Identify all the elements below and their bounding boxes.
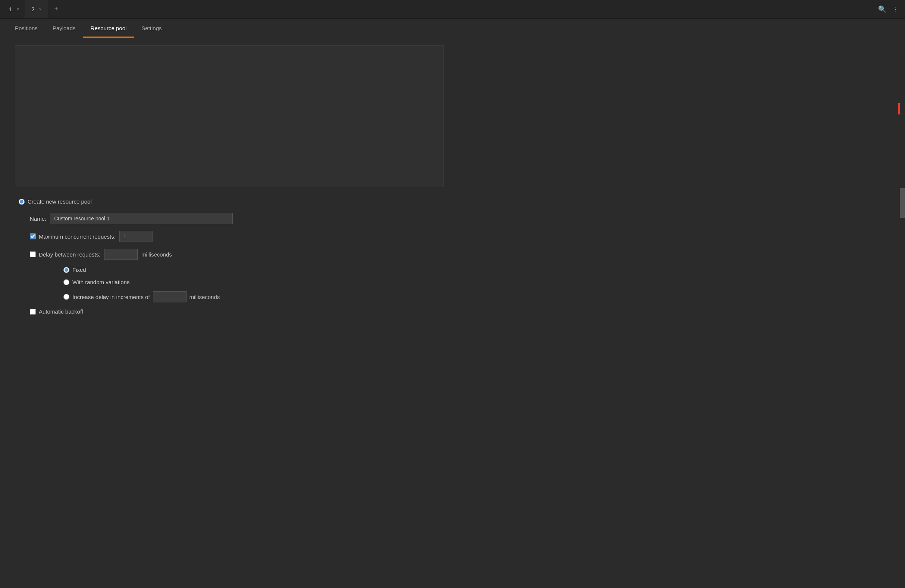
delay-checkbox-label[interactable]: Delay between requests: [30, 251, 100, 258]
max-concurrent-input[interactable] [119, 231, 153, 242]
delay-input[interactable] [104, 249, 138, 260]
tab-bar: 1 × 2 × + 🔍 ⋮ [0, 0, 905, 19]
form-section: Create new resource pool Name: Maximum c… [15, 198, 890, 315]
scrollbar-track[interactable] [900, 57, 905, 588]
max-concurrent-row: Maximum concurrent requests: [30, 231, 890, 242]
backoff-checkbox-label[interactable]: Automatic backoff [30, 308, 83, 315]
tab-payloads[interactable]: Payloads [45, 19, 83, 38]
add-tab-button[interactable]: + [49, 3, 63, 16]
increase-row: Increase delay in increments of millisec… [64, 291, 890, 303]
backoff-row: Automatic backoff [30, 308, 890, 315]
tab-bar-actions: 🔍 ⋮ [878, 5, 902, 13]
tab-resource-pool[interactable]: Resource pool [83, 19, 134, 38]
fixed-radio[interactable] [64, 267, 69, 273]
name-row: Name: [19, 213, 890, 224]
nav-tabs: Positions Payloads Resource pool Setting… [0, 19, 905, 38]
increase-label-text: Increase delay in increments of [72, 294, 150, 300]
tab-positions-label: Positions [15, 25, 38, 31]
name-input[interactable] [50, 213, 233, 224]
delay-checkbox[interactable] [30, 251, 36, 257]
tab-2-close[interactable]: × [39, 7, 42, 12]
increase-radio-label[interactable]: Increase delay in increments of [64, 294, 150, 300]
fixed-row: Fixed [64, 266, 890, 273]
random-radio-label[interactable]: With random variations [64, 279, 129, 285]
random-label-text: With random variations [72, 279, 129, 285]
random-row: With random variations [64, 279, 890, 285]
delay-options: Fixed With random variations Increase de… [30, 266, 890, 303]
backoff-checkbox[interactable] [30, 309, 36, 315]
max-concurrent-label-text: Maximum concurrent requests: [39, 233, 116, 240]
create-pool-row: Create new resource pool [19, 198, 890, 205]
backoff-label-text: Automatic backoff [39, 308, 83, 315]
content-area [15, 46, 444, 187]
increase-radio[interactable] [64, 294, 69, 300]
create-pool-radio[interactable] [19, 199, 25, 205]
tab-2-label: 2 [31, 6, 34, 12]
delay-label-text: Delay between requests: [39, 251, 100, 258]
tab-resource-pool-label: Resource pool [90, 25, 127, 31]
tab-2[interactable]: 2 × [25, 0, 48, 18]
add-tab-icon: + [54, 5, 58, 13]
more-icon[interactable]: ⋮ [892, 5, 899, 13]
fixed-label-text: Fixed [72, 266, 86, 273]
increase-ms-label: milliseconds [189, 294, 220, 300]
scrollbar-thumb[interactable] [900, 188, 905, 218]
tab-settings-label: Settings [141, 25, 162, 31]
delay-ms-label: milliseconds [141, 251, 172, 258]
main-content: Create new resource pool Name: Maximum c… [0, 38, 905, 329]
tab-1-close[interactable]: × [16, 7, 19, 12]
create-pool-radio-label[interactable]: Create new resource pool [19, 198, 92, 205]
name-label: Name: [30, 216, 46, 222]
max-concurrent-checkbox-label[interactable]: Maximum concurrent requests: [30, 233, 116, 240]
tab-1-label: 1 [9, 6, 12, 12]
max-concurrent-checkbox[interactable] [30, 233, 36, 239]
tab-settings[interactable]: Settings [134, 19, 169, 38]
delay-row: Delay between requests: milliseconds [30, 249, 890, 260]
tab-1[interactable]: 1 × [3, 0, 25, 18]
tab-payloads-label: Payloads [52, 25, 76, 31]
increase-input[interactable] [153, 291, 187, 303]
search-icon[interactable]: 🔍 [878, 5, 886, 13]
tab-positions[interactable]: Positions [8, 19, 45, 38]
fixed-radio-label[interactable]: Fixed [64, 266, 86, 273]
create-pool-label-text: Create new resource pool [28, 198, 92, 205]
random-radio[interactable] [64, 279, 69, 285]
options-block: Maximum concurrent requests: Delay betwe… [19, 231, 890, 315]
